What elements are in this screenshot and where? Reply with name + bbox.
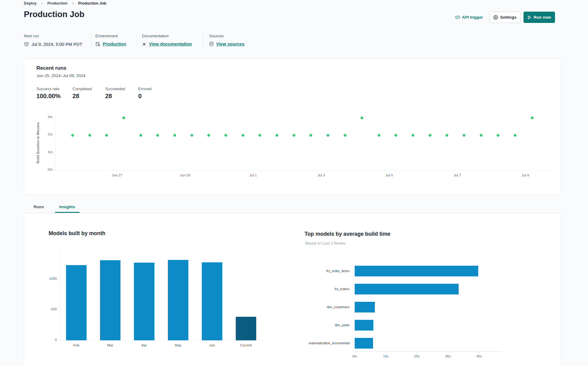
- meta-environment: Environment Production: [92, 34, 137, 47]
- scatter-point: [156, 134, 159, 137]
- production-job-page: { "breadcrumb": { "items": [ {"label":"D…: [0, 0, 588, 366]
- tab-bar: Runs Insights: [24, 202, 561, 213]
- scatter-point: [258, 134, 261, 137]
- recent-runs-card: Recent runs Jun 25, 2024–Jul 09, 2024 Su…: [24, 58, 561, 195]
- scatter-point: [412, 134, 414, 137]
- scatter-point: [463, 134, 465, 137]
- x-tick-label: Jul 1: [239, 173, 267, 177]
- category-label: materialization_incremental: [276, 341, 349, 345]
- x-tick-mark: [479, 351, 479, 353]
- scatter-point: [480, 134, 483, 137]
- scatter-point: [105, 134, 108, 137]
- y-tick-label: 0m: [37, 168, 53, 171]
- x-tick-label: 0m: [349, 354, 361, 358]
- alarm-clock-icon: [24, 42, 29, 47]
- scatter-point: [224, 134, 227, 137]
- tab-insights[interactable]: Insights: [55, 202, 80, 213]
- build-duration-scatter-chart: 0m1m2m3mJun 27Jun 29Jul 1Jul 3Jul 5Jul 7…: [24, 58, 561, 195]
- meta-documentation: Documentation View documentation: [137, 34, 203, 47]
- breadcrumb: Deploy Production Production Job: [24, 1, 106, 6]
- x-tick-label: Jul 9: [512, 173, 539, 177]
- scatter-point: [139, 134, 142, 137]
- scatter-point: [327, 134, 329, 137]
- category-label: fct_order_items: [276, 269, 349, 273]
- code-icon: [455, 15, 460, 19]
- x-tick-mark: [448, 351, 448, 353]
- bar: [355, 320, 373, 331]
- y-tick-mark: [54, 153, 55, 153]
- scatter-point: [514, 134, 516, 137]
- x-tick-mark: [417, 351, 417, 353]
- run-now-label: Run now: [534, 15, 551, 20]
- x-tick-label: 40s: [473, 354, 485, 358]
- page-title: Production Job: [24, 10, 84, 19]
- scatter-point: [309, 134, 312, 137]
- top-models-hbar-chart: fct_order_itemsfct_ordersdim_customersdi…: [24, 213, 561, 366]
- x-tick-label: 10s: [380, 354, 392, 358]
- x-tick-label: Jul 7: [444, 173, 471, 177]
- x-tick-mark: [355, 351, 355, 353]
- tab-runs[interactable]: Runs: [29, 202, 48, 213]
- x-axis-line: [55, 170, 550, 170]
- scatter-point: [531, 116, 534, 119]
- scatter-point: [71, 134, 74, 137]
- x-tick-label: Jun 27: [103, 173, 131, 177]
- scatter-point: [344, 134, 346, 137]
- x-tick-label: Jul 3: [307, 173, 335, 177]
- scatter-point: [446, 134, 448, 137]
- scatter-point: [242, 134, 244, 137]
- sources-label: Sources: [209, 34, 244, 38]
- environment-link[interactable]: Production: [103, 42, 126, 46]
- x-tick-label: 30s: [442, 354, 454, 358]
- y-tick-mark: [54, 135, 55, 135]
- y-axis-line: [55, 115, 55, 170]
- gear-icon: [493, 15, 498, 20]
- api-trigger-label: API trigger: [462, 15, 483, 20]
- settings-button[interactable]: Settings: [489, 12, 520, 23]
- next-run-label: Next run: [24, 34, 91, 38]
- breadcrumb-production[interactable]: Production: [47, 1, 68, 6]
- category-label: fct_orders: [276, 287, 349, 291]
- bar: [355, 338, 373, 349]
- y-tick-label: 2m: [37, 132, 53, 136]
- breadcrumb-production-job: Production Job: [78, 1, 106, 6]
- next-run-value: Jul 9, 2024, 5:00 PM PDT: [31, 42, 82, 47]
- y-tick-label: 3m: [37, 115, 53, 119]
- category-label: dim_parts: [276, 323, 349, 327]
- run-now-button[interactable]: Run now: [523, 12, 555, 23]
- meta-next-run: Next run Jul 9, 2024, 5:00 PM PDT: [24, 34, 91, 47]
- y-tick-mark: [54, 170, 55, 170]
- y-tick-mark: [54, 117, 55, 118]
- scatter-point: [88, 134, 91, 137]
- x-tick-label: Jun 29: [171, 173, 199, 177]
- api-trigger-link[interactable]: API trigger: [455, 15, 483, 20]
- x-axis-line: [355, 351, 501, 352]
- bar: [355, 284, 459, 294]
- chevron-right-icon: [41, 2, 43, 5]
- bar: [355, 266, 478, 276]
- x-tick-mark: [386, 351, 386, 353]
- environment-icon: [95, 42, 100, 46]
- scatter-point: [361, 116, 363, 119]
- breadcrumb-deploy[interactable]: Deploy: [24, 1, 37, 6]
- insights-card: Models built by month Top models by aver…: [24, 213, 561, 366]
- bar: [355, 302, 375, 312]
- x-tick-label: 20s: [411, 354, 423, 358]
- x-tick-label: Jul 5: [375, 173, 403, 177]
- view-sources-link[interactable]: View sources: [216, 42, 244, 46]
- chevron-right-icon: [72, 2, 74, 5]
- view-documentation-link[interactable]: View documentation: [149, 42, 192, 46]
- scatter-point: [497, 134, 499, 137]
- settings-label: Settings: [500, 15, 516, 20]
- scatter-point: [276, 134, 278, 137]
- documentation-label: Documentation: [142, 34, 203, 38]
- dbt-docs-icon: [142, 42, 146, 46]
- scatter-point: [207, 134, 210, 137]
- header-actions: API trigger Settings Run now: [455, 12, 555, 23]
- scatter-point: [429, 134, 431, 137]
- environment-label: Environment: [95, 34, 137, 38]
- meta-sources: Sources View sources: [203, 34, 244, 47]
- scatter-point: [190, 134, 193, 137]
- scatter-point: [293, 134, 295, 137]
- y-tick-label: 1m: [37, 150, 53, 154]
